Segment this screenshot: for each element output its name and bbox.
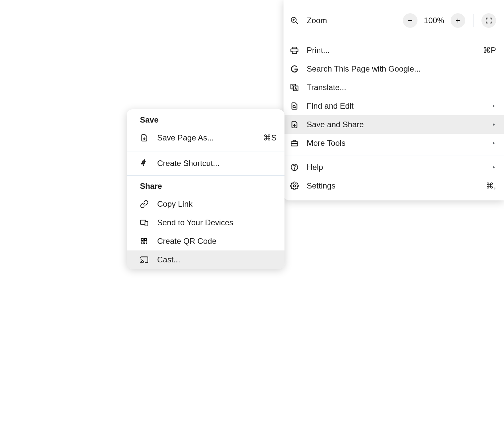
zoom-value: 100% [422,16,446,25]
gear-icon [290,182,299,190]
chevron-right-icon [491,122,496,127]
zoom-controls: 100% [403,13,496,28]
save-share-submenu: Save Save Page As... ⌘S [127,109,284,269]
save-share-label: Save and Share [307,120,491,129]
find-edit-icon [290,102,299,110]
help-icon [290,163,299,172]
find-edit-label: Find and Edit [307,101,491,111]
svg-rect-29 [146,243,147,244]
save-share-item[interactable]: Save and Share [284,115,504,134]
copy-link-item[interactable]: Copy Link [127,195,284,213]
zoom-row: Zoom 100% [284,6,504,35]
cast-icon [140,255,149,264]
svg-rect-8 [292,51,297,54]
shortcut-icon [140,159,149,168]
save-share-icon [290,120,299,129]
share-section-header: Share [127,176,284,195]
google-icon [290,65,299,73]
settings-shortcut: ⌘, [486,181,496,190]
svg-rect-28 [144,243,145,244]
print-shortcut: ⌘P [483,46,496,55]
search-page-label: Search This Page with Google... [307,64,496,74]
link-icon [140,200,149,208]
svg-point-30 [141,262,141,263]
zoom-divider [473,14,473,27]
zoom-in-button[interactable] [451,13,465,28]
zoom-label: Zoom [307,16,403,25]
print-icon [290,46,299,55]
create-shortcut-item[interactable]: Create Shortcut... [127,151,284,175]
create-shortcut-label: Create Shortcut... [157,159,277,168]
save-page-label: Save Page As... [157,133,263,142]
cast-label: Cast... [157,255,277,264]
svg-point-17 [293,185,296,187]
send-devices-label: Send to Your Devices [157,218,277,227]
save-section-header: Save [127,109,284,129]
menu-section-spacer [284,35,504,41]
copy-link-label: Copy Link [157,199,277,209]
toolbox-icon [290,139,299,147]
more-tools-label: More Tools [307,138,491,148]
print-item[interactable]: Print... ⌘P [284,41,504,60]
zoom-out-button[interactable] [403,13,417,28]
svg-rect-21 [142,239,143,240]
zoom-in-magnifier-icon [290,16,299,25]
chevron-right-icon [491,165,496,170]
fullscreen-button[interactable] [481,13,496,28]
svg-line-12 [295,107,296,108]
search-page-item[interactable]: Search This Page with Google... [284,60,504,78]
settings-label: Settings [307,181,486,190]
qr-code-label: Create QR Code [157,237,277,246]
help-item[interactable]: Help [284,158,504,177]
menu-top-spacer [284,0,504,6]
svg-rect-25 [142,242,143,243]
translate-label: Translate... [307,83,496,92]
print-label: Print... [307,46,483,55]
save-page-shortcut: ⌘S [263,133,277,142]
devices-icon [140,218,149,227]
settings-item[interactable]: Settings ⌘, [284,177,504,195]
translate-icon [290,83,299,92]
qr-code-icon [140,237,148,245]
svg-rect-27 [146,242,147,243]
translate-item[interactable]: Translate... [284,78,504,97]
qr-code-item[interactable]: Create QR Code [127,232,284,250]
menu-separator [284,155,504,155]
chevron-right-icon [491,104,496,108]
svg-rect-23 [145,239,146,240]
chrome-main-menu: Zoom 100% [284,0,504,200]
chevron-right-icon [491,141,496,145]
svg-rect-26 [144,242,145,243]
find-edit-item[interactable]: Find and Edit [284,97,504,115]
cast-item[interactable]: Cast... [127,250,284,269]
svg-point-11 [293,105,295,108]
svg-point-16 [294,169,295,169]
save-page-icon [140,134,149,142]
more-tools-item[interactable]: More Tools [284,134,504,152]
send-devices-item[interactable]: Send to Your Devices [127,213,284,232]
svg-rect-19 [145,222,148,226]
save-page-item[interactable]: Save Page As... ⌘S [127,129,284,147]
help-label: Help [307,163,491,172]
svg-line-1 [296,22,298,24]
